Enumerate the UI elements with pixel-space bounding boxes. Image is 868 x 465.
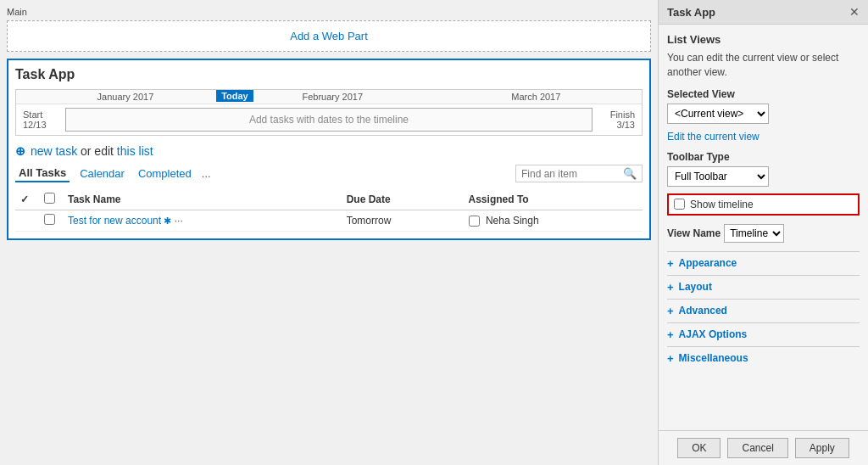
finish-label: Finish xyxy=(593,109,635,120)
row-assigned-to: Neha Singh xyxy=(464,210,643,232)
finish-date: 3/13 xyxy=(593,120,635,130)
this-list-link[interactable]: this list xyxy=(117,144,153,158)
or-text: or edit xyxy=(81,144,117,158)
appearance-header[interactable]: + Appearance xyxy=(667,257,860,270)
task-star-icon: ✱ xyxy=(164,216,171,226)
tabs-more[interactable]: ... xyxy=(202,167,211,180)
advanced-title: Advanced xyxy=(679,305,727,317)
apply-button[interactable]: Apply xyxy=(795,438,849,458)
tab-all-tasks[interactable]: All Tasks xyxy=(15,165,70,182)
toolbar-type-label: Toolbar Type xyxy=(667,151,860,163)
new-task-row: ⊕ new task or edit this list xyxy=(15,144,643,158)
search-icon: 🔍 xyxy=(623,167,637,180)
advanced-expand-icon: + xyxy=(667,305,674,317)
timeline-header: Today January 2017 February 2017 March 2… xyxy=(16,90,642,104)
row-task-name: Test for new account ✱ ··· xyxy=(63,210,342,232)
col-due-date: Due Date xyxy=(342,189,464,210)
month-feb: February 2017 xyxy=(303,92,364,102)
appearance-expand-icon: + xyxy=(667,257,674,270)
timeline-start: Start 12/13 xyxy=(23,109,65,130)
plus-icon: ⊕ xyxy=(15,144,25,158)
search-input[interactable] xyxy=(521,168,623,180)
timeline-area: Today January 2017 February 2017 March 2… xyxy=(15,89,643,136)
today-marker: Today xyxy=(216,90,253,102)
assigned-checkbox[interactable] xyxy=(469,216,480,227)
layout-title: Layout xyxy=(679,281,712,293)
advanced-section: + Advanced xyxy=(667,299,860,322)
task-table: ✓ Task Name Due Date Assigned To T xyxy=(15,189,643,232)
main-area: Main Add a Web Part Task App Today Janua… xyxy=(0,0,658,465)
month-jan: January 2017 xyxy=(97,92,154,102)
ajax-options-section: + AJAX Options xyxy=(667,322,860,346)
tab-completed[interactable]: Completed xyxy=(135,165,195,182)
add-web-part-box[interactable]: Add a Web Part xyxy=(7,20,651,52)
miscellaneous-header[interactable]: + Miscellaneous xyxy=(667,352,860,365)
selected-view-select-row: <Current view> xyxy=(667,104,860,124)
cancel-button[interactable]: Cancel xyxy=(727,438,787,458)
show-timeline-row: Show timeline xyxy=(667,193,860,216)
task-app-container: Task App Today January 2017 February 201… xyxy=(7,59,651,240)
assigned-name: Neha Singh xyxy=(486,215,539,227)
main-label: Main xyxy=(7,7,651,17)
layout-header[interactable]: + Layout xyxy=(667,281,860,294)
select-all-checkbox[interactable] xyxy=(44,193,55,204)
month-mar: March 2017 xyxy=(511,92,560,102)
tabs-search-row: All Tasks Calendar Completed ... 🔍 xyxy=(15,165,643,182)
view-name-select[interactable]: Timeline xyxy=(724,224,784,243)
toolbar-type-select-row: Full Toolbar xyxy=(667,166,860,187)
list-views-title: List Views xyxy=(667,33,860,46)
ajax-expand-icon: + xyxy=(667,328,674,341)
advanced-header[interactable]: + Advanced xyxy=(667,305,860,317)
start-label: Start xyxy=(23,109,65,120)
ajax-options-header[interactable]: + AJAX Options xyxy=(667,328,860,341)
show-timeline-label: Show timeline xyxy=(690,199,754,210)
task-name-link[interactable]: Test for new account xyxy=(68,215,161,227)
ok-button[interactable]: OK xyxy=(677,438,721,458)
timeline-bar-row: Start 12/13 Add tasks with dates to the … xyxy=(16,104,642,135)
timeline-months: January 2017 February 2017 March 2017 xyxy=(23,92,635,102)
miscellaneous-section: + Miscellaneous xyxy=(667,346,860,370)
layout-section: + Layout xyxy=(667,275,860,299)
misc-expand-icon: + xyxy=(667,352,674,365)
selected-view-label: Selected View xyxy=(667,88,860,100)
appearance-section: + Appearance xyxy=(667,251,860,275)
row-check xyxy=(15,210,39,232)
layout-expand-icon: + xyxy=(667,281,674,294)
col-checkbox xyxy=(39,189,63,210)
add-web-part-link[interactable]: Add a Web Part xyxy=(290,30,368,42)
row-due-date: Tomorrow xyxy=(342,210,464,232)
timeline-finish: Finish 3/13 xyxy=(593,109,635,130)
panel-title: Task App xyxy=(667,6,715,19)
view-name-label: View Name xyxy=(667,227,721,239)
tab-calendar[interactable]: Calendar xyxy=(76,165,128,182)
toolbar-type-select[interactable]: Full Toolbar xyxy=(667,166,769,187)
table-row: Test for new account ✱ ··· Tomorrow Neha… xyxy=(15,210,643,232)
row-checkbox xyxy=(39,210,63,232)
panel-body: List Views You can edit the current view… xyxy=(659,25,868,430)
search-box: 🔍 xyxy=(515,165,643,182)
task-app-title: Task App xyxy=(15,67,643,82)
col-task-name: Task Name xyxy=(63,189,342,210)
row-select-checkbox[interactable] xyxy=(44,214,55,225)
right-panel: Task App ✕ List Views You can edit the c… xyxy=(658,0,868,465)
edit-current-view-link[interactable]: Edit the current view xyxy=(667,131,860,143)
task-actions-dots[interactable]: ··· xyxy=(175,215,183,227)
panel-header: Task App ✕ xyxy=(659,0,868,25)
col-check: ✓ xyxy=(15,189,39,210)
misc-title: Miscellaneous xyxy=(679,352,748,364)
ajax-options-title: AJAX Options xyxy=(679,328,748,340)
appearance-title: Appearance xyxy=(679,257,737,269)
new-task-link[interactable]: new task xyxy=(31,144,77,158)
selected-view-select[interactable]: <Current view> xyxy=(667,104,769,124)
timeline-bar: Add tasks with dates to the timeline xyxy=(65,108,593,132)
close-icon[interactable]: ✕ xyxy=(849,5,860,19)
panel-footer: OK Cancel Apply xyxy=(659,430,868,465)
view-name-row: View Name Timeline xyxy=(667,224,860,243)
panel-description: You can edit the current view or select … xyxy=(667,51,860,80)
show-timeline-checkbox[interactable] xyxy=(674,199,685,210)
col-assigned-to: Assigned To xyxy=(464,189,643,210)
table-header-row: ✓ Task Name Due Date Assigned To xyxy=(15,189,643,210)
start-date: 12/13 xyxy=(23,120,65,130)
